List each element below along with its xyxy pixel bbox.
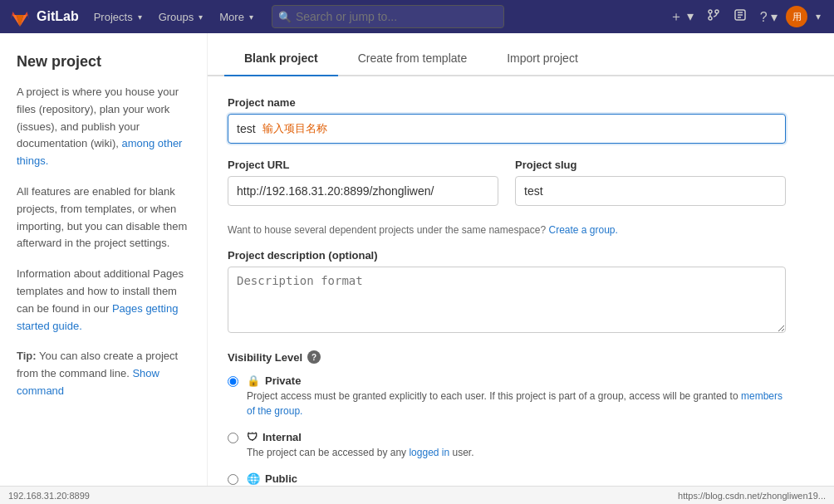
description-input[interactable] <box>228 267 786 333</box>
user-avatar[interactable]: 用 <box>786 6 807 27</box>
tab-blank-project[interactable]: Blank project <box>224 42 338 76</box>
visibility-help-icon[interactable]: ? <box>307 350 321 364</box>
groups-chevron-icon: ▾ <box>199 12 203 22</box>
project-name-label: Project name <box>228 96 786 109</box>
visibility-private-desc: Project access must be granted explicitl… <box>247 389 786 418</box>
svg-point-1 <box>715 10 719 13</box>
search-icon: 🔍 <box>278 11 292 23</box>
visibility-private-radio[interactable] <box>228 376 238 387</box>
project-name-input[interactable] <box>228 114 786 144</box>
project-slug-input[interactable] <box>515 176 786 206</box>
page-title: New project <box>17 53 190 71</box>
visibility-private-label: Private <box>265 374 301 387</box>
brand-label: GitLab <box>37 9 79 24</box>
merge-request-icon-button[interactable] <box>702 5 725 28</box>
create-group-link[interactable]: Create a group. <box>548 224 617 236</box>
visibility-label: Visibility Level ? <box>228 350 786 364</box>
sidebar-para1: A project is where you house your files … <box>17 84 190 170</box>
plus-icon-button[interactable]: ＋ ▾ <box>665 5 698 29</box>
globe-icon <box>247 472 260 485</box>
search-input[interactable] <box>272 5 504 28</box>
project-name-group: Project name 输入项目名称 <box>228 96 786 144</box>
gitlab-logo-icon <box>8 5 32 28</box>
visibility-internal-option: Internal The project can be accessed by … <box>228 430 786 460</box>
form-container: Project name 输入项目名称 Project URL Project … <box>208 76 806 504</box>
status-bar: 192.168.31.20:8899 https://blog.csdn.net… <box>0 486 834 504</box>
visibility-section: Visibility Level ? Private Project acces… <box>228 350 786 502</box>
brand-logo[interactable]: GitLab <box>8 5 79 28</box>
more-chevron-icon: ▾ <box>249 12 253 22</box>
nav-projects[interactable]: Projects ▾ <box>87 0 149 33</box>
tip-section: Tip: You can also create a project from … <box>17 348 190 399</box>
namespace-hint: Want to house several dependent projects… <box>228 224 786 236</box>
main-content: Blank project Create from template Impor… <box>208 33 834 504</box>
sidebar-para2: All features are enabled for blank proje… <box>17 183 190 252</box>
issues-icon-button[interactable] <box>729 5 752 28</box>
tabs: Blank project Create from template Impor… <box>208 33 834 76</box>
url-row: Project URL Project slug <box>228 159 786 221</box>
project-name-input-wrapper: 输入项目名称 <box>228 114 786 144</box>
visibility-internal-label: Internal <box>262 431 302 443</box>
shield-icon <box>247 430 258 443</box>
tab-import-project[interactable]: Import project <box>487 42 598 76</box>
show-command-link[interactable]: Show command <box>17 367 159 397</box>
search-wrapper: 🔍 <box>272 5 504 28</box>
project-url-label: Project URL <box>228 159 498 171</box>
description-label: Project description (optional) <box>228 249 786 262</box>
help-icon-button[interactable]: ? ▾ <box>755 6 782 28</box>
visibility-public-label: Public <box>265 472 297 485</box>
project-slug-group: Project slug <box>515 159 786 206</box>
page-container: New project A project is where you house… <box>0 33 834 504</box>
visibility-internal-radio[interactable] <box>228 433 238 443</box>
description-group: Project description (optional) <box>228 249 786 335</box>
visibility-private-option: Private Project access must be granted e… <box>228 374 786 418</box>
nav-more[interactable]: More ▾ <box>213 0 260 33</box>
pages-guide-link[interactable]: Pages getting started guide. <box>17 302 178 332</box>
visibility-public-radio[interactable] <box>228 474 238 485</box>
nav-groups[interactable]: Groups ▾ <box>152 0 210 33</box>
status-bar-right: https://blog.csdn.net/zhongliwen19... <box>678 491 826 501</box>
tab-create-from-template[interactable]: Create from template <box>338 42 488 76</box>
status-bar-left: 192.168.31.20:8899 <box>8 491 90 501</box>
svg-point-0 <box>709 10 712 13</box>
project-slug-label: Project slug <box>515 159 786 171</box>
sidebar-para3: Information about additional Pages templ… <box>17 266 190 335</box>
navbar-icons: ＋ ▾ ? ▾ 用 ▾ <box>665 5 826 29</box>
navbar: GitLab Projects ▾ Groups ▾ More ▾ 🔍 ＋ ▾ … <box>0 0 834 33</box>
project-url-group: Project URL <box>228 159 498 206</box>
project-url-input[interactable] <box>228 176 498 206</box>
svg-point-2 <box>709 17 712 20</box>
projects-chevron-icon: ▾ <box>138 12 142 22</box>
sidebar: New project A project is where you house… <box>0 33 208 504</box>
visibility-internal-desc: The project can be accessed by any logge… <box>247 445 474 460</box>
avatar-chevron-icon[interactable]: ▾ <box>811 7 826 26</box>
lock-icon <box>247 374 260 387</box>
